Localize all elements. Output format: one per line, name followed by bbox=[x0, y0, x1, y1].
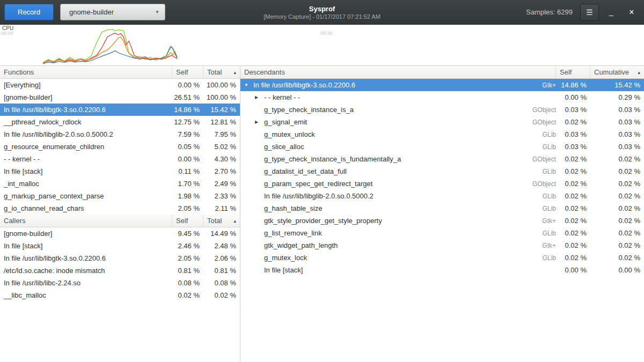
time-tick-mid: 00:30 bbox=[320, 31, 333, 36]
function-name: In file /usr/lib/libgtk-3.so.0.2200.6 bbox=[0, 106, 172, 114]
column-label: Descendants bbox=[244, 68, 285, 76]
function-name: [gnome-builder] bbox=[0, 93, 172, 101]
close-button[interactable]: × bbox=[624, 4, 640, 20]
expander-closed-icon[interactable]: ▶ bbox=[255, 120, 264, 124]
menu-button[interactable]: ☰ bbox=[580, 4, 599, 21]
table-row[interactable]: In file /usr/lib/libgtk-3.so.0.2200.614.… bbox=[0, 104, 240, 116]
self-value: 0.02 % bbox=[556, 217, 590, 225]
function-name: g_mutex_lock bbox=[264, 254, 307, 262]
self-value: 0.02 % bbox=[556, 167, 590, 175]
self-value: 26.51 % bbox=[172, 93, 203, 101]
target-selector-dropdown[interactable]: gnome-builder ▼ bbox=[60, 4, 165, 20]
total-value: 2.48 % bbox=[203, 242, 240, 250]
self-value: 0.11 % bbox=[172, 167, 203, 175]
column-header-total[interactable]: Total▴ bbox=[203, 66, 240, 78]
table-row[interactable]: __libc_malloc0.02 %0.02 % bbox=[0, 289, 240, 301]
tree-name-cell: g_type_check_instance_is_a bbox=[240, 106, 518, 114]
function-name: g_param_spec_get_redirect_target bbox=[264, 180, 372, 188]
tree-name-cell: In file [stack] bbox=[240, 266, 518, 274]
tree-row[interactable]: g_mutex_lockGLib0.02 %0.02 % bbox=[240, 252, 644, 264]
total-value: 100.00 % bbox=[203, 81, 240, 89]
table-row[interactable]: In file [stack]0.11 %2.70 % bbox=[0, 165, 240, 178]
table-row[interactable]: [gnome-builder]9.45 %14.49 % bbox=[0, 227, 240, 240]
total-value: 7.95 % bbox=[203, 130, 240, 138]
self-value: 0.00 % bbox=[556, 93, 590, 101]
total-value: 2.06 % bbox=[203, 254, 240, 262]
table-row[interactable]: In file /usr/lib/libgtk-3.so.0.2200.62.0… bbox=[0, 252, 240, 264]
minimize-button[interactable]: – bbox=[603, 4, 619, 20]
cpu-graph[interactable]: CPU 00:00 00:30 bbox=[0, 25, 644, 66]
self-value: 14.86 % bbox=[556, 81, 590, 89]
column-header-total[interactable]: Total▴ bbox=[203, 215, 240, 227]
callers-table-header: Callers Self Total▴ bbox=[0, 215, 240, 227]
cpu-series-cpu0 bbox=[43, 29, 177, 63]
total-value: 100.00 % bbox=[203, 93, 240, 101]
tree-name-cell: gtk_style_provider_get_style_property bbox=[240, 217, 518, 225]
callers-table: Callers Self Total▴ [gnome-builder]9.45 … bbox=[0, 215, 240, 301]
tree-row[interactable]: g_hash_table_sizeGLib0.02 %0.02 % bbox=[240, 202, 644, 215]
table-row[interactable]: In file /usr/lib/libc-2.24.so0.08 %0.08 … bbox=[0, 277, 240, 289]
page-title: Sysprof bbox=[264, 5, 380, 13]
self-value: 0.02 % bbox=[556, 254, 590, 262]
titlebar-right: Samples: 6299 ☰ – × bbox=[526, 4, 640, 21]
tree-row[interactable]: gtk_widget_path_lengthGtk+0.02 %0.02 % bbox=[240, 239, 644, 252]
table-row[interactable]: _int_malloc1.70 %2.49 % bbox=[0, 178, 240, 190]
tree-row[interactable]: In file [stack]0.00 %0.00 % bbox=[240, 264, 644, 276]
cumulative-value: 0.29 % bbox=[590, 93, 644, 101]
tree-row[interactable]: g_type_check_instance_is_aGObject0.03 %0… bbox=[240, 104, 644, 116]
category-label: GObject bbox=[518, 106, 556, 114]
table-row[interactable]: /etc/ld.so.cache: inode mismatch0.81 %0.… bbox=[0, 264, 240, 277]
function-name: g_hash_table_size bbox=[264, 204, 322, 212]
function-name: In file /usr/lib/libc-2.24.so bbox=[0, 279, 172, 287]
column-header-cumulative[interactable]: Cumulative▴ bbox=[590, 66, 644, 78]
record-button[interactable]: Record bbox=[4, 4, 54, 20]
total-value: 14.49 % bbox=[203, 230, 240, 238]
hamburger-icon: ☰ bbox=[586, 8, 593, 17]
tree-row[interactable]: g_type_check_instance_is_fundamentally_a… bbox=[240, 153, 644, 165]
tree-row[interactable]: ▼In file /usr/lib/libgtk-3.so.0.2200.6Gt… bbox=[240, 79, 644, 91]
column-header-self[interactable]: Self bbox=[172, 215, 203, 227]
expander-closed-icon[interactable]: ▶ bbox=[255, 95, 264, 100]
window-title: Sysprof [Memory Capture] - 01/17/2017 07… bbox=[264, 5, 380, 20]
tree-row[interactable]: g_param_spec_get_redirect_targetGObject0… bbox=[240, 178, 644, 190]
tree-name-cell: ▼In file /usr/lib/libgtk-3.so.0.2200.6 bbox=[240, 81, 518, 89]
tree-row[interactable]: g_slice_allocGLib0.03 %0.03 % bbox=[240, 141, 644, 153]
table-row[interactable]: In file [stack]2.46 %2.48 % bbox=[0, 240, 240, 252]
table-row[interactable]: In file /usr/lib/libglib-2.0.so.0.5000.2… bbox=[0, 128, 240, 141]
function-name: g_type_check_instance_is_a bbox=[264, 106, 354, 114]
tree-name-cell: g_type_check_instance_is_fundamentally_a bbox=[240, 155, 518, 163]
tree-row[interactable]: ▶g_signal_emitGObject0.02 %0.03 % bbox=[240, 116, 644, 128]
column-header-self[interactable]: Self bbox=[556, 66, 590, 78]
tree-row[interactable]: In file /usr/lib/libglib-2.0.so.0.5000.2… bbox=[240, 190, 644, 202]
descendants-table-body: ▼In file /usr/lib/libgtk-3.so.0.2200.6Gt… bbox=[240, 79, 644, 276]
table-row[interactable]: __pthread_rwlock_rdlock12.75 %12.81 % bbox=[0, 116, 240, 128]
table-row[interactable]: [gnome-builder]26.51 %100.00 % bbox=[0, 91, 240, 104]
tree-row[interactable]: g_list_remove_linkGLib0.02 %0.02 % bbox=[240, 227, 644, 239]
column-header-descendants[interactable]: Descendants bbox=[240, 66, 556, 78]
function-name: gtk_widget_path_length bbox=[264, 241, 338, 249]
function-name: In file [stack] bbox=[0, 242, 172, 250]
tree-row[interactable]: g_datalist_id_set_data_fullGLib0.02 %0.0… bbox=[240, 165, 644, 178]
tree-row[interactable]: g_mutex_unlockGLib0.03 %0.03 % bbox=[240, 128, 644, 141]
column-header-callers[interactable]: Callers bbox=[0, 215, 172, 227]
self-value: 1.70 % bbox=[172, 180, 203, 188]
table-row[interactable]: g_io_channel_read_chars2.05 %2.11 % bbox=[0, 202, 240, 215]
table-row[interactable]: g_markup_parse_context_parse1.98 %2.33 % bbox=[0, 190, 240, 202]
total-value: 2.49 % bbox=[203, 180, 240, 188]
tree-row[interactable]: gtk_style_provider_get_style_propertyGtk… bbox=[240, 215, 644, 227]
function-name: g_signal_emit bbox=[264, 118, 307, 126]
total-value: 12.81 % bbox=[203, 118, 240, 126]
cumulative-value: 0.02 % bbox=[590, 155, 644, 163]
table-row[interactable]: [Everything]0.00 %100.00 % bbox=[0, 79, 240, 91]
table-row[interactable]: g_resource_enumerate_children0.05 %5.02 … bbox=[0, 141, 240, 153]
function-name: _int_malloc bbox=[0, 180, 172, 188]
column-header-functions[interactable]: Functions bbox=[0, 66, 172, 78]
table-row[interactable]: - - kernel - -0.00 %4.30 % bbox=[0, 153, 240, 165]
column-label: Total bbox=[207, 217, 222, 225]
cumulative-value: 0.03 % bbox=[590, 106, 644, 114]
self-value: 2.46 % bbox=[172, 242, 203, 250]
expander-open-icon[interactable]: ▼ bbox=[244, 83, 253, 87]
tree-row[interactable]: ▶- - kernel - -0.00 %0.29 % bbox=[240, 91, 644, 104]
self-value: 0.02 % bbox=[172, 291, 203, 299]
column-header-self[interactable]: Self bbox=[172, 66, 203, 78]
